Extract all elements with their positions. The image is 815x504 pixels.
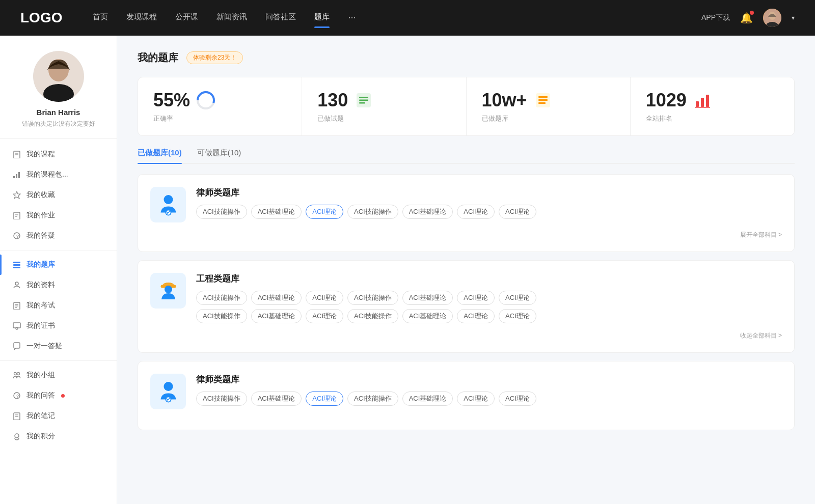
tag-2-12[interactable]: ACI理论: [457, 309, 495, 323]
qbank-icon: [12, 260, 21, 269]
nav-opencourse[interactable]: 公开课: [175, 12, 198, 24]
green-list-icon: [354, 91, 373, 110]
tag-1-4[interactable]: ACI基础理论: [402, 205, 453, 219]
sidebar-item-qbank[interactable]: 我的题库: [0, 255, 117, 275]
user-avatar[interactable]: [763, 9, 781, 27]
notification-bell[interactable]: 🔔: [740, 12, 753, 24]
sidebar-label-notes: 我的笔记: [26, 411, 55, 421]
sidebar-label-homework: 我的作业: [26, 211, 55, 220]
stat-banks: 10w+ 已做题库: [467, 77, 631, 135]
page-title: 我的题库: [138, 51, 178, 65]
sidebar-item-points[interactable]: 我的积分: [0, 426, 117, 446]
tab-done[interactable]: 已做题库(10): [138, 148, 182, 163]
nav-qa[interactable]: 问答社区: [265, 12, 296, 24]
svg-rect-48: [701, 98, 704, 107]
tag-2-10[interactable]: ACI技能操作: [347, 309, 398, 323]
qbank-expand-2[interactable]: 收起全部科目 >: [150, 331, 782, 340]
svg-text:?: ?: [16, 394, 19, 399]
svg-point-28: [14, 373, 17, 375]
stat-banks-value: 10w+: [482, 90, 527, 111]
tag-2-5[interactable]: ACI理论: [457, 291, 495, 305]
svg-rect-10: [16, 174, 17, 178]
tag-1-3[interactable]: ACI技能操作: [347, 205, 398, 219]
sidebar-item-oneone[interactable]: 一对一答疑: [0, 336, 117, 356]
homework-icon: [12, 211, 21, 220]
sidebar-item-course-pkg[interactable]: 我的课程包...: [0, 164, 117, 185]
pie-chart-icon: [196, 91, 215, 110]
tag-2-6[interactable]: ACI理论: [499, 291, 536, 305]
svg-rect-9: [13, 176, 15, 178]
logo[interactable]: LOGO: [20, 10, 62, 26]
sidebar-label-qa: 我的答疑: [26, 231, 55, 240]
svg-rect-44: [538, 96, 548, 98]
svg-point-55: [165, 286, 172, 293]
nav-home[interactable]: 首页: [93, 12, 108, 24]
qbank-tags-2-row1: ACI技能操作 ACI基础理论 ACI理论 ACI技能操作 ACI基础理论 AC…: [196, 291, 782, 305]
sidebar-label-qbank: 我的题库: [26, 260, 55, 269]
tab-todo[interactable]: 可做题库(10): [197, 148, 241, 163]
sidebar-item-qa[interactable]: ? 我的答疑: [0, 226, 117, 246]
tag-2-11[interactable]: ACI基础理论: [402, 309, 453, 323]
stat-questions: 130 已做试题: [302, 77, 466, 135]
qbank-info-2: 工程类题库 ACI技能操作 ACI基础理论 ACI理论 ACI技能操作 ACI基…: [196, 273, 782, 323]
notification-dot: [750, 11, 754, 15]
stat-banks-top: 10w+: [482, 90, 615, 111]
tag-2-7[interactable]: ACI技能操作: [196, 309, 247, 323]
tag-1-5[interactable]: ACI理论: [457, 205, 495, 219]
stat-accuracy: 55% 正确率: [138, 77, 302, 135]
stat-questions-top: 130: [317, 90, 450, 111]
sidebar-item-my-course[interactable]: 我的课程: [0, 144, 117, 164]
sidebar-item-homework[interactable]: 我的作业: [0, 205, 117, 226]
tag-3-6[interactable]: ACI理论: [499, 391, 536, 406]
sidebar-item-favorites[interactable]: 我的收藏: [0, 185, 117, 205]
sidebar-item-profile[interactable]: 我的资料: [0, 275, 117, 295]
sidebar-item-certificate[interactable]: 我的证书: [0, 316, 117, 336]
course-pkg-icon: [12, 170, 21, 179]
tag-2-0[interactable]: ACI技能操作: [196, 291, 247, 305]
tag-3-0[interactable]: ACI技能操作: [196, 391, 247, 406]
lawyer-icon-wrap-2: [150, 374, 186, 409]
sidebar-label-myqa: 我的问答: [26, 391, 55, 400]
nav-news[interactable]: 新闻资讯: [216, 12, 247, 24]
tag-3-5[interactable]: ACI理论: [457, 391, 495, 406]
tag-2-4[interactable]: ACI基础理论: [402, 291, 453, 305]
notes-icon: [12, 411, 21, 421]
qbank-info-3: 律师类题库 ACI技能操作 ACI基础理论 ACI理论 ACI技能操作 ACI基…: [196, 374, 782, 406]
app-download-link[interactable]: APP下载: [701, 13, 730, 22]
svg-text:?: ?: [16, 234, 19, 239]
tag-3-2[interactable]: ACI理论: [306, 391, 343, 406]
nav-qbank[interactable]: 题库: [314, 12, 330, 24]
sidebar-item-group[interactable]: 我的小组: [0, 365, 117, 385]
sidebar-item-myqa[interactable]: ? 我的问答: [0, 385, 117, 406]
sidebar-motto: 错误的决定比没有决定要好: [22, 120, 95, 128]
tag-1-0[interactable]: ACI技能操作: [196, 205, 247, 219]
qbank-title-2: 工程类题库: [196, 273, 782, 285]
tag-2-8[interactable]: ACI基础理论: [251, 309, 302, 323]
svg-rect-49: [706, 95, 709, 107]
tag-1-1[interactable]: ACI基础理论: [251, 205, 302, 219]
tag-2-1[interactable]: ACI基础理论: [251, 291, 302, 305]
nav-discover[interactable]: 发现课程: [126, 12, 157, 24]
svg-rect-46: [538, 102, 546, 104]
sidebar-item-notes[interactable]: 我的笔记: [0, 406, 117, 426]
tag-2-2[interactable]: ACI理论: [306, 291, 343, 305]
course-icon: [12, 150, 21, 159]
myqa-dot: [61, 394, 65, 398]
qbank-expand-1[interactable]: 展开全部科目 >: [150, 231, 782, 239]
nav-more[interactable]: ···: [348, 12, 356, 24]
qa-icon: ?: [12, 231, 21, 240]
exam-icon: [12, 301, 21, 310]
tag-1-2[interactable]: ACI理论: [306, 205, 343, 219]
tag-2-13[interactable]: ACI理论: [499, 309, 536, 323]
qbank-card-header-3: 律师类题库 ACI技能操作 ACI基础理论 ACI理论 ACI技能操作 ACI基…: [150, 374, 782, 409]
tag-3-3[interactable]: ACI技能操作: [347, 391, 398, 406]
sidebar-item-exam[interactable]: 我的考试: [0, 295, 117, 316]
tag-3-4[interactable]: ACI基础理论: [402, 391, 453, 406]
svg-rect-18: [13, 262, 20, 263]
tag-2-9[interactable]: ACI理论: [306, 309, 343, 323]
tag-3-1[interactable]: ACI基础理论: [251, 391, 302, 406]
tag-2-3[interactable]: ACI技能操作: [347, 291, 398, 305]
user-dropdown-arrow[interactable]: ▾: [792, 14, 795, 21]
tag-1-6[interactable]: ACI理论: [499, 205, 536, 219]
profile-icon: [12, 281, 21, 290]
